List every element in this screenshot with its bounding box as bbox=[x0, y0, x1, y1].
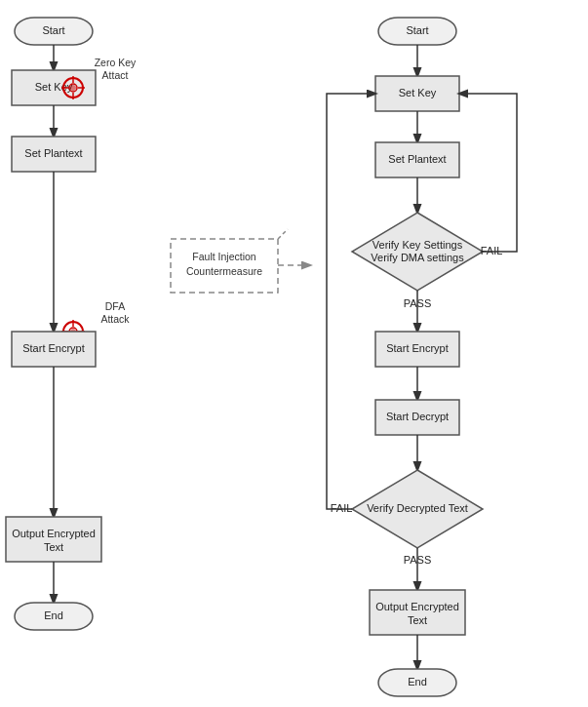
right-decrypt-label: Start Decrypt bbox=[386, 411, 449, 422]
right-output-node bbox=[370, 590, 465, 635]
countermeasure-label2: Countermeasure bbox=[186, 265, 262, 277]
left-output-node bbox=[6, 517, 101, 562]
fail2-label: FAIL bbox=[331, 502, 353, 514]
right-output-label1: Output Encrypted bbox=[375, 601, 459, 612]
diagram-container: Start Set Key Zero Key Attact Set Plante… bbox=[0, 0, 588, 707]
right-output-label2: Text bbox=[408, 614, 427, 626]
dfa-attack-label1: DFA bbox=[105, 300, 125, 312]
right-setplain-label: Set Plantext bbox=[388, 153, 446, 165]
right-fail1-arrow bbox=[459, 94, 517, 252]
left-start-label: Start bbox=[42, 24, 64, 36]
right-encrypt-label: Start Encrypt bbox=[386, 342, 449, 354]
zero-key-attack-label1: Zero Key bbox=[95, 57, 137, 68]
fail1-label: FAIL bbox=[481, 245, 503, 256]
left-output-label1: Output Encrypted bbox=[12, 528, 96, 539]
left-encrypt-label: Start Encrypt bbox=[22, 342, 85, 354]
right-setkey-label: Set Key bbox=[399, 87, 437, 98]
right-start-label: Start bbox=[406, 24, 428, 36]
countermeasure-label1: Fault Injection bbox=[192, 251, 256, 262]
svg-point-6 bbox=[70, 85, 76, 91]
right-verify-key-label1: Verify Key Settings bbox=[372, 239, 463, 251]
right-verify-text-label: Verify Decrypted Text bbox=[367, 502, 468, 514]
dfa-attack-label2: Attack bbox=[100, 313, 130, 325]
left-setkey-label: Set Key bbox=[35, 81, 73, 93]
left-setplain-label: Set Plantext bbox=[24, 147, 82, 159]
right-end-label: End bbox=[408, 676, 427, 687]
tick-line bbox=[278, 229, 288, 239]
left-end-label: End bbox=[44, 609, 63, 621]
left-output-label2: Text bbox=[44, 541, 63, 553]
right-fail2-arrow bbox=[327, 94, 375, 509]
zero-key-attack-label2: Attact bbox=[102, 69, 129, 81]
right-verify-key-label2: Verify DMA settings bbox=[371, 252, 464, 263]
